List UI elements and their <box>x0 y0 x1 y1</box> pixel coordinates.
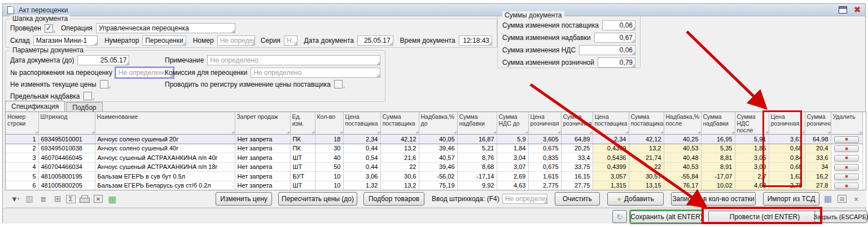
table-cell[interactable]: 33,75 <box>561 162 593 172</box>
table-cell[interactable]: 39,46 <box>419 162 457 172</box>
calculator-add-icon[interactable]: ⊞ <box>52 194 63 204</box>
table-cell[interactable]: 13,15 <box>629 181 664 190</box>
table-cell[interactable]: ПК <box>290 135 315 144</box>
table-cell[interactable]: 13,2 <box>629 144 664 153</box>
post-button[interactable]: Провести (ctrl ENTER) <box>708 211 821 223</box>
column-header[interactable]: Надбавка,% после <box>664 112 701 135</box>
delete-row-button[interactable]: ✖ <box>834 164 859 171</box>
table-cell[interactable]: 21,6 <box>380 153 419 163</box>
table-cell[interactable]: 8,76 <box>457 153 497 163</box>
table-cell[interactable]: 16,2 <box>805 172 831 181</box>
table-cell[interactable]: 40,57 <box>419 153 457 163</box>
grid-export-icon[interactable]: ▦ <box>107 194 118 204</box>
table-cell[interactable]: 75,19 <box>419 181 457 190</box>
table-cell[interactable]: 5,21 <box>457 144 497 153</box>
table-cell[interactable]: 10,02 <box>701 181 735 190</box>
table-cell[interactable]: 30 <box>315 144 343 153</box>
table-cell[interactable]: 5,91 <box>735 135 769 144</box>
column-header[interactable]: Цена розничная <box>528 112 561 135</box>
column-header[interactable]: Цена розничная <box>769 112 805 135</box>
select-goods-button[interactable]: Подбор товаров <box>363 192 424 206</box>
table-cell[interactable]: 18 <box>315 135 343 144</box>
table-cell[interactable]: Нет запрета <box>235 162 290 172</box>
table-cell[interactable]: 0,4399 <box>593 144 629 153</box>
delete-row-button[interactable]: ✖ <box>834 183 859 189</box>
table-cell[interactable]: 2,78 <box>769 181 805 190</box>
close-button[interactable]: Закрыть (ESCAPE) <box>814 211 867 223</box>
table-cell[interactable]: 693495010001 <box>38 135 95 144</box>
doc-date-field[interactable]: 25.05.17 <box>357 35 393 46</box>
column-header[interactable]: Кол-во <box>315 112 343 135</box>
table-cell[interactable]: 1,85 <box>735 144 769 153</box>
table-cell[interactable]: 16,95 <box>701 135 735 144</box>
column-header[interactable]: Ед. изм. <box>290 112 315 135</box>
table-cell[interactable]: 20,4 <box>805 144 831 153</box>
table-cell[interactable]: 40,48 <box>664 153 701 163</box>
table-cell[interactable]: 2,69 <box>497 172 528 181</box>
table-cell[interactable]: 3,61 <box>769 135 805 144</box>
column-header[interactable]: Запрет продаж <box>235 112 290 135</box>
table-cell[interactable]: 4,63 <box>497 181 528 190</box>
table-cell[interactable]: 40,25 <box>664 135 701 144</box>
table-cell[interactable]: 39,46 <box>419 144 457 153</box>
table-cell[interactable]: 3,09 <box>735 162 769 172</box>
table-cell[interactable]: -56,02 <box>419 172 457 181</box>
recalc-prices-button[interactable]: Пересчитать цены (до) <box>278 192 357 206</box>
doc-sum-field[interactable]: 0,06 <box>579 45 635 55</box>
table-cell[interactable]: 1,315 <box>593 181 629 190</box>
column-header[interactable]: Сумма НДС до <box>497 112 528 135</box>
table-row[interactable]: 1693495010001Анчоус солено сушеный 20гНе… <box>6 135 862 144</box>
table-cell[interactable]: Анчоус солено сушеный 20г <box>95 135 235 144</box>
table-cell[interactable]: 40,05 <box>419 135 457 144</box>
table-cell[interactable]: Анчоус сушеный АСТРАХАНКИНА п/п 18г <box>95 162 235 172</box>
table-cell[interactable]: 8,91 <box>701 162 735 172</box>
import-tsd-button[interactable]: Импорт из ТСД <box>763 192 819 206</box>
table-cell[interactable]: Нет запрета <box>235 172 290 181</box>
table-cell[interactable]: 1,32 <box>343 181 380 190</box>
table-cell[interactable]: 33,6 <box>805 153 831 163</box>
doc-sum-field[interactable]: 0,79 <box>598 57 635 68</box>
column-header[interactable]: Сумма надбавки <box>701 112 735 135</box>
max-markup-checkbox[interactable] <box>84 92 92 100</box>
barcode-input[interactable]: Не определено <box>502 194 547 204</box>
add-button[interactable]: +Добавить <box>607 192 664 206</box>
table-cell[interactable]: 2,775 <box>528 181 561 190</box>
table-cell[interactable]: 40,53 <box>664 162 701 172</box>
table-cell[interactable]: 16,15 <box>561 172 593 181</box>
write-qty-button[interactable]: Записать в кол-во остатки <box>671 192 756 206</box>
table-cell[interactable]: 1,615 <box>528 172 561 181</box>
table-row[interactable]: 6481005800205Бальзам ЕГЕРЬ Беларусь сув … <box>6 181 862 190</box>
column-header[interactable]: Сумма розничная <box>561 112 593 135</box>
table-view-icon[interactable]: ▦ <box>822 194 834 204</box>
column-header[interactable]: Надбавка,% до <box>419 112 457 135</box>
table-cell[interactable]: 3,04 <box>497 153 528 163</box>
table-cell[interactable]: 693495010038 <box>38 144 95 153</box>
table-row[interactable]: 2693495010038Анчоус солено сушеный 40гНе… <box>6 144 862 153</box>
table-cell[interactable]: 30,6 <box>380 172 419 181</box>
commission-field[interactable]: Не определено <box>251 68 380 78</box>
table-cell[interactable]: 20,25 <box>561 144 593 153</box>
nomer-field[interactable]: Не определено <box>217 35 255 46</box>
table-cell[interactable]: 42,12 <box>380 135 419 144</box>
numerator-field[interactable]: Переоценки <box>142 35 186 46</box>
table-cell[interactable]: 1,62 <box>769 172 805 181</box>
table-cell[interactable]: 481005800205 <box>38 181 95 190</box>
date-to-field[interactable]: 25.05.17 <box>77 55 129 65</box>
table-cell[interactable]: 3,605 <box>528 135 561 144</box>
filter-icon[interactable]: ▼+ <box>10 194 21 204</box>
table-cell[interactable]: Анчоус сушеный АСТРАХАНКИНА п/п 40г <box>95 153 235 163</box>
table-cell[interactable]: ШТ <box>290 153 315 163</box>
table-cell[interactable]: 16,87 <box>457 135 497 144</box>
table-cell[interactable]: 460704466034 <box>38 162 95 172</box>
table-cell[interactable]: 8,68 <box>457 162 497 172</box>
table-cell[interactable]: 0,68 <box>769 162 805 172</box>
column-header[interactable]: Номер строки <box>6 112 38 135</box>
change-price-button[interactable]: Изменить цену <box>216 192 272 206</box>
column-header[interactable]: Удалить <box>831 112 862 135</box>
table-row[interactable]: 3460704466045Анчоус сушеный АСТРАХАНКИНА… <box>6 153 862 163</box>
table-cell[interactable]: 21,74 <box>629 153 664 163</box>
table-cell[interactable]: Нет запрета <box>235 135 290 144</box>
table-cell[interactable]: Бальзам ЕГЕРЬ в сув бут 0.5л <box>95 172 235 181</box>
table-cell[interactable]: 0,675 <box>528 162 561 172</box>
table-cell[interactable]: 50 <box>315 162 343 172</box>
